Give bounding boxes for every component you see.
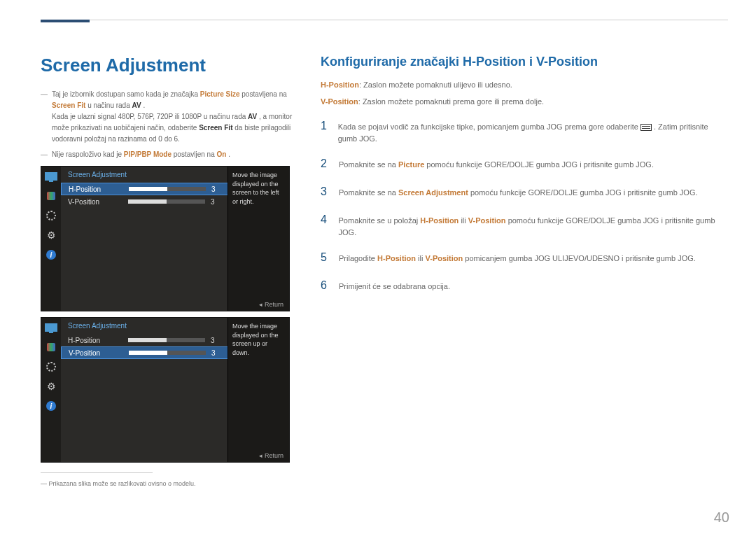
vposition-description: V-Position: Zaslon možete pomaknuti prem… xyxy=(321,96,728,108)
av-term: AV xyxy=(132,101,141,109)
procedure-list: Kada se pojavi vodič za funkcijske tipke… xyxy=(321,112,728,300)
left-column: Screen Adjustment ― Taj je izbornik dost… xyxy=(41,55,300,487)
ring-icon xyxy=(41,206,61,225)
step-5: Prilagodite H-Position ili V-Position po… xyxy=(321,244,728,272)
slider-bar xyxy=(129,351,206,355)
monitor-icon xyxy=(41,318,61,337)
screen-fit-term: Screen Fit xyxy=(52,101,85,109)
osd-description: Move the image displayed on the screen t… xyxy=(227,167,289,311)
right-column: Konfiguriranje značajki H-Position i V-P… xyxy=(321,55,728,487)
subsection-title: Konfiguriranje značajki H-Position i V-P… xyxy=(321,55,728,69)
step-3: Pomaknite se na Screen Adjustment pomoću… xyxy=(321,178,728,206)
section-title: Screen Adjustment xyxy=(41,55,300,76)
osd-sidebar: ⚙ i xyxy=(41,318,61,462)
slider-bar xyxy=(128,338,205,342)
image-disclaimer: ― Prikazana slika može se razlikovati ov… xyxy=(41,480,300,487)
step-2: Pomaknite se na Picture pomoću funkcije … xyxy=(321,150,728,178)
footnote-rule xyxy=(41,472,153,473)
gear-icon: ⚙ xyxy=(41,225,61,245)
osd-description: Move the image displayed on the screen u… xyxy=(227,318,289,462)
palette-icon xyxy=(41,186,61,206)
info-icon: i xyxy=(41,245,61,265)
gear-icon: ⚙ xyxy=(41,377,61,396)
menu-icon xyxy=(640,124,652,131)
osd-return: ◂ Return xyxy=(259,301,284,308)
info-icon: i xyxy=(41,396,61,416)
slider-bar xyxy=(129,187,206,191)
pip-note: ― Nije raspoloživo kad je PIP/PBP Mode p… xyxy=(41,149,300,160)
slider-bar xyxy=(128,199,205,204)
osd-main: Screen Adjustment H-Position 3 V-Positio… xyxy=(61,167,289,311)
monitor-icon xyxy=(41,167,61,186)
step-6: Primijenit će se odabrana opcija. xyxy=(321,272,728,300)
ring-icon xyxy=(41,357,61,377)
page-number: 40 xyxy=(714,510,729,526)
header-accent xyxy=(41,20,90,22)
osd-screenshot-1: ⚙ i Screen Adjustment H-Position 3 V-Pos… xyxy=(41,166,290,311)
osd-main: Screen Adjustment H-Position 3 V-Positio… xyxy=(61,318,289,462)
osd-sidebar: ⚙ i xyxy=(41,167,61,311)
osd-screenshot-2: ⚙ i Screen Adjustment H-Position 3 V-Pos… xyxy=(41,317,290,463)
picture-size-term: Picture Size xyxy=(200,90,240,98)
palette-icon xyxy=(41,337,61,357)
page-body: Screen Adjustment ― Taj je izbornik dost… xyxy=(0,0,756,487)
header-rule xyxy=(41,20,728,20)
availability-note: ― Taj je izbornik dostupan samo kada je … xyxy=(41,89,300,145)
osd-return: ◂ Return xyxy=(259,452,284,459)
hposition-description: H-Position: Zaslon možete pomaknuti ulij… xyxy=(321,79,728,92)
step-4: Pomaknite se u položaj H-Position ili V-… xyxy=(321,206,728,244)
step-1: Kada se pojavi vodič za funkcijske tipke… xyxy=(321,112,728,150)
